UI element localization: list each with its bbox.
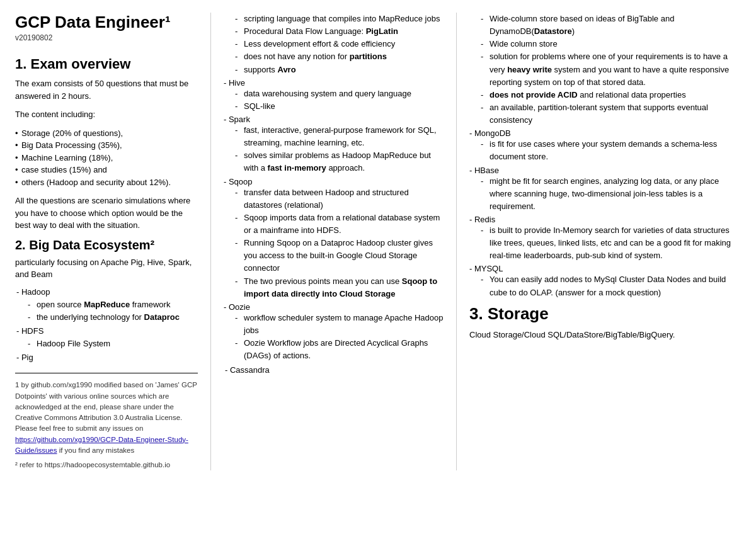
version-label: v20190802 [15, 33, 198, 42]
mysql-sub1: You can easily add nodes to MySql Cluste… [481, 273, 741, 298]
cassandra-label: - Cassandra [225, 365, 270, 375]
oozie-sublist: workflow scheduler system to manage Apac… [224, 312, 444, 363]
spark-sublist: fast, interactive, general-purpose frame… [224, 124, 444, 175]
ecosystem-tree: - Hadoop open source MapReduce framework… [15, 286, 198, 365]
mysql-item: - MYSQL You can easily add nodes to MySq… [469, 264, 741, 298]
hbase-item: - HBase might be fit for search engines,… [469, 166, 741, 213]
sqoop-item: - Sqoop transfer data between Hadoop and… [224, 177, 444, 300]
footnote1: 1 by github.com/xg1990 modified based on… [15, 380, 198, 456]
hive-item: - Hive data warehousing system and query… [224, 78, 444, 113]
spark-item: - Spark fast, interactive, general-purpo… [224, 115, 444, 175]
redis-label: - Redis [469, 215, 741, 224]
cassandra-item: - Cassandra [224, 364, 444, 377]
hdfs-label: - HDFS [16, 325, 198, 338]
hive-label: - Hive [224, 78, 444, 88]
section1-para1: The exam consists of 50 questions that m… [15, 77, 198, 102]
section1-para3: All the questions are scenario simulatio… [15, 195, 198, 232]
mysql-sublist: You can easily add nodes to MySql Cluste… [469, 273, 741, 298]
pig-sub4: does not have any notion for partitions [235, 50, 444, 63]
footnote-divider [15, 373, 198, 373]
sqoop-sub3: Running Sqoop on a Dataproc Hadoop clust… [235, 237, 444, 275]
hbase-sub1: might be fit for search engines, analyzi… [481, 175, 741, 213]
section2-subtitle: particularly focusing on Apache Pig, Hiv… [15, 256, 198, 281]
oozie-item: - Oozie workflow scheduler system to man… [224, 302, 444, 363]
hadoop-sub1: open source MapReduce framework [28, 298, 198, 311]
sqoop-sub1: transfer data between Hadoop and structu… [235, 186, 444, 212]
bullet-item: Big Data Processing (35%), [15, 139, 198, 152]
page-title: GCP Data Engineer¹ [15, 13, 198, 32]
mongodb-label: - MongoDB [469, 128, 741, 138]
hdfs-sub1: Hadoop File System [28, 338, 198, 350]
pig-sub2: Procedural Data Flow Language: PigLatin [235, 25, 444, 38]
pig-item: - Pig [15, 351, 198, 364]
mongodb-sublist: is fit for use cases where your system d… [469, 138, 741, 163]
redis-sub1: is built to provide In-Memory search for… [481, 224, 741, 262]
bullet-item: Machine Learning (18%), [15, 152, 198, 164]
bigtable-sublist: Wide-column store based on ideas of BigT… [469, 13, 741, 127]
sqoop-sub2: Sqoop imports data from a relational dat… [235, 212, 444, 237]
right-column: Wide-column store based on ideas of BigT… [456, 13, 741, 470]
bt-sub5: an available, partition-tolerant system … [481, 101, 741, 127]
section1-bullets: Storage (20% of questions), Big Data Pro… [15, 127, 198, 189]
section1-para2: The content including: [15, 108, 198, 121]
footnote2: ² refer to https://hadoopecosystemtable.… [15, 460, 198, 470]
hive-sublist: data warehousing system and query langua… [224, 88, 444, 113]
section1-heading: 1. Exam overview [15, 56, 198, 72]
pig-sub1: scripting language that compiles into Ma… [235, 13, 444, 25]
section2-heading: 2. Big Data Ecosystem² [15, 238, 198, 253]
bt-sub4: does not provide ACID and relational dat… [481, 89, 741, 101]
oozie-label: - Oozie [224, 302, 444, 312]
hdfs-sublist: Hadoop File System [16, 338, 198, 350]
spark-sub2: solves similar problems as Hadoop MapRed… [235, 149, 444, 174]
left-column: GCP Data Engineer¹ v20190802 1. Exam ove… [15, 13, 210, 470]
spark-sub1: fast, interactive, general-purpose frame… [235, 124, 444, 149]
oozie-sub1: workflow scheduler system to manage Apac… [235, 312, 444, 337]
hbase-sublist: might be fit for search engines, analyzi… [469, 175, 741, 213]
bt-sub3: solution for problems where one of your … [481, 50, 741, 88]
bt-sub2: Wide column store [481, 38, 741, 50]
spark-label: - Spark [224, 115, 444, 124]
pig-sub5: supports Avro [235, 64, 444, 76]
section3-text: Cloud Storage/Cloud SQL/DataStore/BigTab… [469, 329, 741, 341]
redis-sublist: is built to provide In-Memory search for… [469, 224, 741, 262]
mysql-label: - MYSQL [469, 264, 741, 273]
hive-sub1: data warehousing system and query langua… [235, 88, 444, 100]
hbase-label: - HBase [469, 166, 741, 175]
section3-heading: 3. Storage [469, 304, 741, 324]
hdfs-item: - HDFS Hadoop File System [15, 325, 198, 350]
pig-sublist: scripting language that compiles into Ma… [224, 13, 444, 76]
hadoop-item: - Hadoop open source MapReduce framework… [15, 286, 198, 324]
bullet-item: Storage (20% of questions), [15, 127, 198, 140]
bt-sub1: Wide-column store based on ideas of BigT… [481, 13, 741, 38]
pig-sub3: Less development effort & code efficienc… [235, 38, 444, 50]
hadoop-label: - Hadoop [16, 286, 198, 298]
pig-label: - Pig [16, 351, 198, 364]
hadoop-sublist: open source MapReduce framework the unde… [16, 298, 198, 324]
redis-item: - Redis is built to provide In-Memory se… [469, 215, 741, 262]
sqoop-label: - Sqoop [224, 177, 444, 186]
mid-column: scripting language that compiles into Ma… [210, 13, 456, 470]
mongodb-item: - MongoDB is fit for use cases where you… [469, 128, 741, 163]
bullet-item: others (Hadoop and security about 12%). [15, 176, 198, 189]
oozie-sub2: Oozie Workflow jobs are Directed Acyclic… [235, 337, 444, 362]
sqoop-sublist: transfer data between Hadoop and structu… [224, 186, 444, 300]
mongodb-sub1: is fit for use cases where your system d… [481, 138, 741, 163]
hadoop-sub2: the underlying technology for Dataproc [28, 311, 198, 324]
sqoop-sub4: The two previous points mean you can use… [235, 275, 444, 300]
hive-sub2: SQL-like [235, 100, 444, 113]
bullet-item: case studies (15%) and [15, 164, 198, 176]
